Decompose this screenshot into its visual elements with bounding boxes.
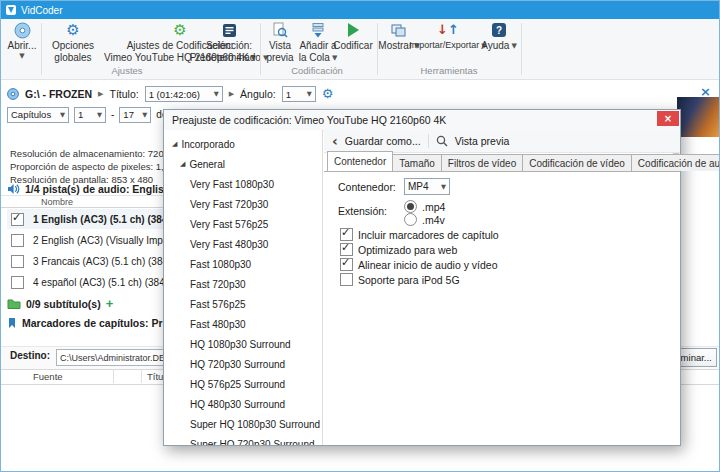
ribbon-toolbar: Abrir... ▼ ⚙ Opciones globales ⚙ Ajustes… [1,19,719,80]
speaker-icon [7,183,20,195]
tab-video-encoding[interactable]: Codificación de vídeo [522,154,632,171]
option-label: Optimizado para web [358,244,457,256]
ribbon-separator [521,23,522,75]
tab-audio-encoding[interactable]: Codificación de audio [631,154,720,171]
preset-item[interactable]: Fast 1080p30 [164,254,322,274]
preset-item[interactable]: HQ 480p30 Surround [164,394,322,414]
tab-size[interactable]: Tamaño [392,154,442,171]
container-tab-panel: Contenedor: MP4▼ Extensión: .mp4 .m4v In… [324,171,680,445]
close-dialog-button[interactable]: × [657,111,679,126]
preset-item[interactable]: Super HQ 1080p30 Surround [164,414,322,434]
disc-icon [14,21,31,39]
folder-icon [7,298,21,309]
ribbon-group-tools: Herramientas [389,65,509,76]
subtitle-header-text: 0/9 subtítulo(s) [26,298,101,310]
angle-label: Ángulo: [240,88,276,100]
preset-item[interactable]: Fast 480p30 [164,314,322,334]
chapter-to-select[interactable]: 17▼ [119,107,151,123]
preset-tabs: Contenedor Tamaño Filtros de vídeo Codif… [324,152,680,171]
picker-label: Selección: [206,40,252,51]
align-av-checkbox[interactable] [340,258,353,271]
tree-node-builtin[interactable]: ◢ Incorporado [164,134,322,154]
picker-icon [222,21,237,39]
add-to-queue-label-2: la Cola [299,52,330,63]
vidcoder-window: VidCoder Abrir... ▼ ⚙ Opciones globales … [0,0,720,472]
window-title: VidCoder [21,5,63,16]
web-optimized-checkbox[interactable] [340,243,353,256]
preset-item[interactable]: HQ 576p25 Surround [164,374,322,394]
m4v-radio[interactable] [404,213,417,226]
preset-tree: ◢ Incorporado ◢ General Very Fast 1080p3… [164,130,323,445]
add-subtitle-button[interactable]: + [106,298,114,310]
option-label: Soporte para iPod 5G [358,274,460,286]
help-label: Ayuda [481,40,509,51]
audio-track-checkbox[interactable] [11,213,24,226]
chapter-markers-row: Marcadores de capítulos: Prede [7,315,181,330]
window-titlebar[interactable]: VidCoder [1,1,719,19]
preview-icon [272,21,288,39]
picker-button[interactable]: Selección: Predeterminado▼ [201,21,257,75]
app-icon [5,4,17,16]
add-to-queue-label-1: Añadir a [299,40,336,51]
open-source-button[interactable]: Abrir... ▼ [5,21,39,75]
preset-dialog: Preajuste de codificación: Vimeo YouTube… [163,109,681,446]
preset-item[interactable]: Fast 720p30 [164,274,322,294]
preset-item[interactable]: Very Fast 576p25 [164,214,322,234]
chapter-markers-text: Marcadores de capítulos: Prede [22,317,181,329]
import-export-icon: ↓↑ [437,21,459,39]
option-row[interactable]: Optimizado para web [340,243,457,256]
extension-option[interactable]: .m4v [404,213,445,226]
preset-item[interactable]: Very Fast 480p30 [164,234,322,254]
option-row[interactable]: Incluir marcadores de capítulo [340,228,499,241]
extension-option[interactable]: .mp4 [404,200,445,213]
preset-dialog-title: Preajuste de codificación: Vimeo YouTube… [172,114,446,126]
chapter-from-select[interactable]: 1▼ [74,107,106,123]
windows-icon [391,21,407,39]
dialog-preview-button[interactable]: Vista previa [455,135,510,147]
m4v-radio-label: .m4v [422,214,445,226]
preset-item[interactable]: HQ 720p30 Surround [164,354,322,374]
show-windows-label: Mostrar [378,40,412,51]
range-type-select[interactable]: Capítulos▼ [7,107,69,123]
preset-dialog-titlebar[interactable]: Preajuste de codificación: Vimeo YouTube… [164,110,680,131]
title-select[interactable]: 1 (01:42:06)▼ [145,86,223,102]
preset-item[interactable]: HQ 1080p30 Surround [164,334,322,354]
chapter-markers-checkbox[interactable] [340,228,353,241]
expander-icon[interactable]: ◢ [180,160,185,168]
tab-container[interactable]: Contenedor [327,151,393,171]
queue-column-separator [113,369,114,383]
tree-node-general[interactable]: ◢ General [164,154,322,174]
queue-column-separator [141,369,142,383]
gear-icon[interactable]: ⚙ [322,86,334,102]
container-select[interactable]: MP4▼ [404,178,450,195]
preset-detail-panel: ‹ Guardar como... Vista previa Contenedo… [324,130,680,445]
audio-track-checkbox[interactable] [11,255,24,268]
chevron-down-icon: ▼ [511,42,516,50]
picker-value: Predeterminado [190,52,261,63]
save-as-button[interactable]: Guardar como... [345,135,421,147]
option-row[interactable]: Alinear inicio de audio y vídeo [340,258,498,271]
tree-node-label: General [189,159,225,170]
back-chevron-icon[interactable]: ‹ [332,134,338,148]
name-column-label: Nombre [41,197,73,207]
expander-icon[interactable]: ◢ [172,140,177,148]
mp4-radio[interactable] [404,200,417,213]
title-label: Título: [109,88,138,100]
preset-item[interactable]: Very Fast 1080p30 [164,174,322,194]
chevron-right-icon: ▶ [98,90,103,98]
angle-select[interactable]: 1▼ [282,86,316,102]
ipod-checkbox[interactable] [340,273,353,286]
option-row[interactable]: Soporte para iPod 5G [340,273,460,286]
audio-track-checkbox[interactable] [11,234,24,247]
preset-item[interactable]: Fast 576p25 [164,294,322,314]
chevron-down-icon: ▼ [19,52,24,60]
disc-icon [7,88,19,100]
audio-track-checkbox[interactable] [11,276,24,289]
tab-video-filters[interactable]: Filtros de vídeo [441,154,523,171]
toolbar-separator [428,134,429,148]
preview-label-2: previa [266,52,293,63]
option-label: Alinear inicio de audio y vídeo [358,259,498,271]
queue-column-source: Fuente [33,371,63,382]
preset-item[interactable]: Very Fast 720p30 [164,194,322,214]
preset-item[interactable]: Super HQ 720p30 Surround [164,434,322,445]
